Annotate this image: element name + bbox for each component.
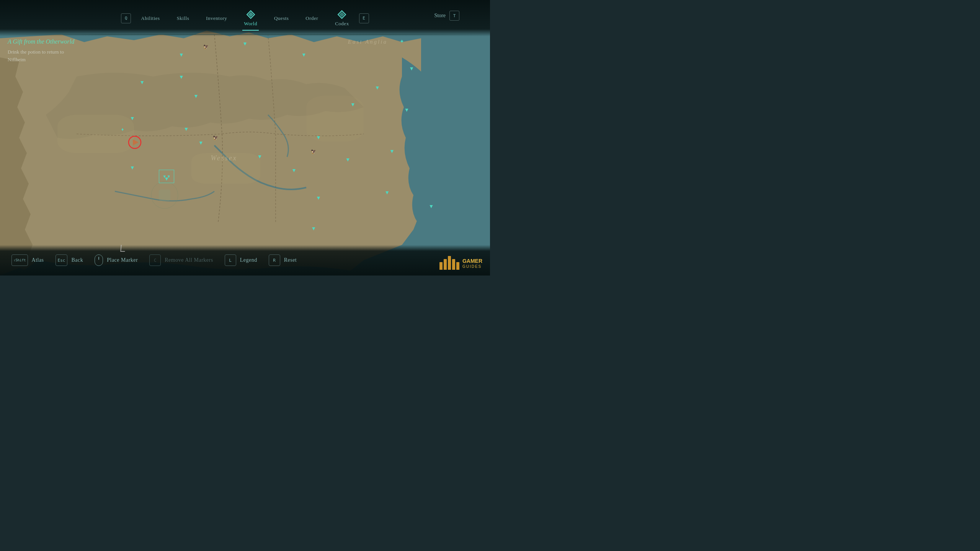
- svg-marker-7: [133, 139, 139, 145]
- map-marker: ▼: [301, 52, 307, 58]
- map-marker: ▼: [183, 126, 189, 132]
- map-marker: ▼: [409, 66, 414, 72]
- bar5: [456, 262, 459, 270]
- remove-markers-action[interactable]: C Remove All Markers: [149, 254, 213, 266]
- map-marker: ▼: [291, 168, 297, 174]
- map-marker: ▼: [198, 140, 204, 146]
- svg-rect-1: [57, 115, 134, 153]
- nav-right-key[interactable]: E: [359, 13, 369, 23]
- gamer-guides-logo: GAMER GUIDES: [439, 256, 482, 270]
- map-marker: 🦅: [203, 44, 209, 49]
- region-label-east-anglia: East Anglia: [348, 39, 387, 45]
- map-marker: ▼: [257, 154, 262, 160]
- remove-markers-label: Remove All Markers: [165, 257, 213, 263]
- back-key: Esc: [56, 254, 68, 266]
- gamer-guides-text: GAMER GUIDES: [462, 258, 482, 269]
- bottom-bar: ⇧Shift Atlas Esc Back Place Marker C Rem…: [0, 245, 490, 276]
- atlas-action[interactable]: ⇧Shift Atlas: [11, 254, 44, 266]
- map-marker: ▼: [316, 195, 321, 201]
- map-marker: ▼: [428, 204, 434, 210]
- map-marker: ▼: [130, 165, 135, 171]
- mouse-icon: [95, 254, 103, 266]
- map-marker: ▼: [179, 52, 184, 58]
- nav-item-quests[interactable]: Quests: [267, 12, 296, 24]
- map-marker: ▼: [345, 157, 351, 163]
- nav-item-abilities[interactable]: Abilities: [134, 12, 167, 24]
- bar1: [439, 262, 443, 270]
- nav-item-order[interactable]: Order: [299, 12, 325, 24]
- nav-item-inventory[interactable]: Inventory: [199, 12, 234, 24]
- reset-key: R: [269, 254, 280, 266]
- map-marker: ▼: [139, 80, 145, 86]
- quest-info-panel: A Gift from the Otherworld Drink the pot…: [8, 38, 74, 63]
- map-marker: ▼: [316, 135, 321, 141]
- nav-left-key[interactable]: Q: [121, 13, 131, 23]
- map-marker: ▼: [389, 148, 395, 155]
- atlas-key: ⇧Shift: [11, 254, 28, 266]
- map-marker-raven: ♦: [121, 127, 124, 132]
- back-action[interactable]: Esc Back: [56, 254, 83, 266]
- map-marker: 🦅: [311, 149, 316, 154]
- reset-action[interactable]: R Reset: [269, 254, 297, 266]
- map-marker: 🦅: [213, 135, 218, 140]
- place-marker-label: Place Marker: [107, 257, 138, 263]
- nav-item-codex[interactable]: Codex: [328, 7, 356, 30]
- legend-label: Legend: [240, 257, 257, 263]
- map-marker: ▼: [375, 85, 380, 91]
- legend-action[interactable]: L Legend: [225, 254, 257, 266]
- map-marker: ▼: [242, 41, 248, 47]
- back-label: Back: [71, 257, 83, 263]
- reset-label: Reset: [284, 257, 297, 263]
- bar3: [448, 256, 451, 270]
- bar4: [452, 259, 455, 270]
- map-marker: ▼: [179, 74, 184, 80]
- store-button[interactable]: Store T: [434, 11, 459, 21]
- quest-description: Drink the potion to return toNiflheim: [8, 48, 74, 63]
- atlas-label: Atlas: [32, 257, 44, 263]
- player-position: [127, 135, 142, 152]
- map-marker: ▼: [384, 190, 390, 196]
- map-marker: ▼: [350, 102, 356, 108]
- map-marker: ✦: [400, 38, 404, 45]
- top-nav: Q Abilities Skills Inventory World Quest…: [0, 0, 490, 36]
- bar2: [444, 259, 447, 270]
- map-marker: ▼: [404, 107, 409, 113]
- nav-item-world[interactable]: World: [237, 7, 264, 30]
- map-marker: ▼: [130, 116, 135, 122]
- map-marker: ▼: [311, 226, 316, 232]
- map-marker: ▼: [193, 93, 199, 99]
- gamer-guides-bars: [439, 256, 459, 270]
- svg-rect-5: [159, 189, 170, 201]
- settlement-marker: ▼▼: [159, 170, 174, 183]
- region-label-wessex: Wessex: [211, 154, 237, 162]
- nav-item-skills[interactable]: Skills: [170, 12, 196, 24]
- remove-markers-key: C: [149, 254, 161, 266]
- place-marker-action[interactable]: Place Marker: [95, 254, 138, 266]
- legend-key: L: [225, 254, 236, 266]
- quest-title: A Gift from the Otherworld: [8, 38, 74, 45]
